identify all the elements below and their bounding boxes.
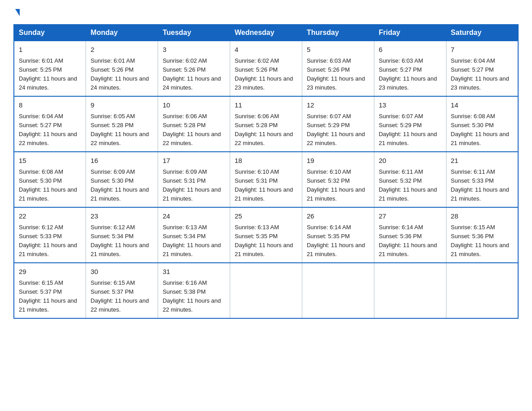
calendar-week-row: 22Sunrise: 6:12 AMSunset: 5:33 PMDayligh… <box>14 207 518 263</box>
day-number: 27 <box>379 211 442 222</box>
calendar-cell: 5Sunrise: 6:03 AMSunset: 5:26 PMDaylight… <box>302 41 374 96</box>
day-number: 2 <box>90 45 153 55</box>
day-info: Sunrise: 6:07 AMSunset: 5:29 PMDaylight:… <box>307 112 369 148</box>
calendar-cell: 12Sunrise: 6:07 AMSunset: 5:29 PMDayligh… <box>302 96 374 152</box>
day-number: 3 <box>163 45 225 55</box>
day-info: Sunrise: 6:15 AMSunset: 5:36 PMDaylight:… <box>451 223 513 259</box>
calendar-table: SundayMondayTuesdayWednesdayThursdayFrid… <box>13 24 519 319</box>
day-number: 11 <box>235 100 297 111</box>
calendar-cell: 26Sunrise: 6:14 AMSunset: 5:35 PMDayligh… <box>302 207 374 263</box>
day-info: Sunrise: 6:02 AMSunset: 5:26 PMDaylight:… <box>235 56 297 93</box>
day-info: Sunrise: 6:09 AMSunset: 5:30 PMDaylight:… <box>90 167 153 204</box>
calendar-header-row: SundayMondayTuesdayWednesdayThursdayFrid… <box>14 25 518 41</box>
day-info: Sunrise: 6:06 AMSunset: 5:28 PMDaylight:… <box>163 112 225 148</box>
calendar-cell: 25Sunrise: 6:13 AMSunset: 5:35 PMDayligh… <box>230 207 302 263</box>
day-number: 21 <box>451 156 513 166</box>
day-number: 16 <box>90 156 153 166</box>
day-info: Sunrise: 6:16 AMSunset: 5:38 PMDaylight:… <box>163 278 225 315</box>
day-info: Sunrise: 6:04 AMSunset: 5:27 PMDaylight:… <box>19 112 81 148</box>
calendar-cell: 15Sunrise: 6:08 AMSunset: 5:30 PMDayligh… <box>14 152 86 207</box>
calendar-cell: 7Sunrise: 6:04 AMSunset: 5:27 PMDaylight… <box>446 41 518 96</box>
calendar-cell: 18Sunrise: 6:10 AMSunset: 5:31 PMDayligh… <box>230 152 302 207</box>
day-number: 12 <box>307 100 369 111</box>
calendar-cell: 2Sunrise: 6:01 AMSunset: 5:26 PMDaylight… <box>86 41 158 96</box>
day-number: 1 <box>19 45 81 55</box>
day-number: 8 <box>19 100 81 111</box>
calendar-week-row: 1Sunrise: 6:01 AMSunset: 5:25 PMDaylight… <box>14 41 518 96</box>
calendar-cell: 19Sunrise: 6:10 AMSunset: 5:32 PMDayligh… <box>302 152 374 207</box>
day-info: Sunrise: 6:03 AMSunset: 5:27 PMDaylight:… <box>379 56 442 93</box>
calendar-cell: 4Sunrise: 6:02 AMSunset: 5:26 PMDaylight… <box>230 41 302 96</box>
day-number: 17 <box>163 156 225 166</box>
day-of-week-header: Friday <box>374 25 446 41</box>
day-info: Sunrise: 6:15 AMSunset: 5:37 PMDaylight:… <box>90 278 153 315</box>
page-header <box>13 9 519 16</box>
logo-arrow-icon <box>15 9 20 16</box>
calendar-cell: 27Sunrise: 6:14 AMSunset: 5:36 PMDayligh… <box>374 207 446 263</box>
day-info: Sunrise: 6:02 AMSunset: 5:26 PMDaylight:… <box>163 56 225 93</box>
day-number: 25 <box>235 211 297 222</box>
calendar-cell: 9Sunrise: 6:05 AMSunset: 5:28 PMDaylight… <box>86 96 158 152</box>
day-info: Sunrise: 6:12 AMSunset: 5:33 PMDaylight:… <box>19 223 81 259</box>
day-info: Sunrise: 6:08 AMSunset: 5:30 PMDaylight:… <box>19 167 81 204</box>
day-of-week-header: Tuesday <box>158 25 230 41</box>
calendar-cell: 23Sunrise: 6:12 AMSunset: 5:34 PMDayligh… <box>86 207 158 263</box>
day-of-week-header: Wednesday <box>230 25 302 41</box>
calendar-cell: 8Sunrise: 6:04 AMSunset: 5:27 PMDaylight… <box>14 96 86 152</box>
calendar-week-row: 29Sunrise: 6:15 AMSunset: 5:37 PMDayligh… <box>14 263 518 318</box>
day-info: Sunrise: 6:01 AMSunset: 5:26 PMDaylight:… <box>90 56 153 93</box>
day-number: 6 <box>379 45 442 55</box>
day-number: 26 <box>307 211 369 222</box>
day-info: Sunrise: 6:03 AMSunset: 5:26 PMDaylight:… <box>307 56 369 93</box>
day-info: Sunrise: 6:12 AMSunset: 5:34 PMDaylight:… <box>90 223 153 259</box>
day-info: Sunrise: 6:04 AMSunset: 5:27 PMDaylight:… <box>451 56 513 93</box>
calendar-cell: 21Sunrise: 6:11 AMSunset: 5:33 PMDayligh… <box>446 152 518 207</box>
day-number: 28 <box>451 211 513 222</box>
day-number: 18 <box>235 156 297 166</box>
calendar-cell: 30Sunrise: 6:15 AMSunset: 5:37 PMDayligh… <box>86 263 158 318</box>
day-info: Sunrise: 6:06 AMSunset: 5:28 PMDaylight:… <box>235 112 297 148</box>
calendar-cell: 13Sunrise: 6:07 AMSunset: 5:29 PMDayligh… <box>374 96 446 152</box>
logo <box>13 9 20 16</box>
day-info: Sunrise: 6:05 AMSunset: 5:28 PMDaylight:… <box>90 112 153 148</box>
calendar-week-row: 15Sunrise: 6:08 AMSunset: 5:30 PMDayligh… <box>14 152 518 207</box>
day-number: 24 <box>163 211 225 222</box>
calendar-cell: 31Sunrise: 6:16 AMSunset: 5:38 PMDayligh… <box>158 263 230 318</box>
calendar-cell: 1Sunrise: 6:01 AMSunset: 5:25 PMDaylight… <box>14 41 86 96</box>
calendar-cell: 3Sunrise: 6:02 AMSunset: 5:26 PMDaylight… <box>158 41 230 96</box>
calendar-cell <box>230 263 302 318</box>
day-info: Sunrise: 6:14 AMSunset: 5:35 PMDaylight:… <box>307 223 369 259</box>
day-info: Sunrise: 6:14 AMSunset: 5:36 PMDaylight:… <box>379 223 442 259</box>
day-of-week-header: Saturday <box>446 25 518 41</box>
day-number: 5 <box>307 45 369 55</box>
calendar-cell: 10Sunrise: 6:06 AMSunset: 5:28 PMDayligh… <box>158 96 230 152</box>
day-number: 13 <box>379 100 442 111</box>
day-number: 19 <box>307 156 369 166</box>
calendar-cell: 29Sunrise: 6:15 AMSunset: 5:37 PMDayligh… <box>14 263 86 318</box>
calendar-cell <box>302 263 374 318</box>
day-info: Sunrise: 6:07 AMSunset: 5:29 PMDaylight:… <box>379 112 442 148</box>
day-number: 23 <box>90 211 153 222</box>
calendar-cell <box>446 263 518 318</box>
day-info: Sunrise: 6:11 AMSunset: 5:32 PMDaylight:… <box>379 167 442 204</box>
day-number: 15 <box>19 156 81 166</box>
day-info: Sunrise: 6:13 AMSunset: 5:34 PMDaylight:… <box>163 223 225 259</box>
day-of-week-header: Sunday <box>14 25 86 41</box>
calendar-cell: 16Sunrise: 6:09 AMSunset: 5:30 PMDayligh… <box>86 152 158 207</box>
day-info: Sunrise: 6:15 AMSunset: 5:37 PMDaylight:… <box>19 278 81 315</box>
day-number: 14 <box>451 100 513 111</box>
day-number: 31 <box>163 267 225 277</box>
day-info: Sunrise: 6:10 AMSunset: 5:32 PMDaylight:… <box>307 167 369 204</box>
calendar-cell: 28Sunrise: 6:15 AMSunset: 5:36 PMDayligh… <box>446 207 518 263</box>
day-of-week-header: Thursday <box>302 25 374 41</box>
calendar-cell: 20Sunrise: 6:11 AMSunset: 5:32 PMDayligh… <box>374 152 446 207</box>
day-number: 10 <box>163 100 225 111</box>
day-info: Sunrise: 6:13 AMSunset: 5:35 PMDaylight:… <box>235 223 297 259</box>
day-info: Sunrise: 6:09 AMSunset: 5:31 PMDaylight:… <box>163 167 225 204</box>
calendar-cell: 17Sunrise: 6:09 AMSunset: 5:31 PMDayligh… <box>158 152 230 207</box>
calendar-cell <box>374 263 446 318</box>
calendar-cell: 24Sunrise: 6:13 AMSunset: 5:34 PMDayligh… <box>158 207 230 263</box>
day-number: 20 <box>379 156 442 166</box>
day-number: 4 <box>235 45 297 55</box>
calendar-cell: 14Sunrise: 6:08 AMSunset: 5:30 PMDayligh… <box>446 96 518 152</box>
